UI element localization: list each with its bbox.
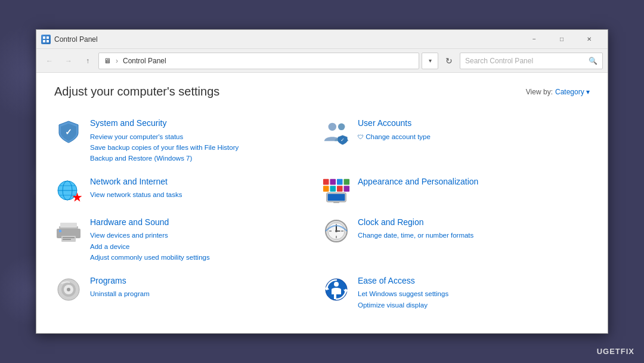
ease-access-text: Ease of Access Let Windows suggest setti…	[358, 275, 590, 310]
address-dropdown-button[interactable]: ▾	[422, 53, 438, 69]
system-security-title[interactable]: System and Security	[90, 118, 322, 130]
page-title: Adjust your computer's settings	[54, 85, 219, 99]
svg-rect-29	[63, 237, 75, 238]
svg-point-6	[338, 124, 345, 131]
title-bar: Control Panel − □ ✕	[36, 30, 608, 49]
system-security-text: System and Security Review your computer…	[90, 118, 322, 164]
svg-rect-16	[337, 179, 343, 185]
category-network-internet: ★ Network and Internet View network stat…	[54, 171, 322, 212]
back-button[interactable]: ←	[41, 53, 58, 69]
svg-rect-1	[47, 36, 49, 39]
network-internet-icon: ★	[54, 176, 83, 205]
appearance-title[interactable]: Appearance and Personalization	[358, 176, 590, 188]
window-controls: − □ ✕	[521, 30, 603, 49]
search-icon: 🔍	[589, 57, 597, 65]
svg-rect-19	[330, 186, 336, 192]
ease-access-title[interactable]: Ease of Access	[358, 275, 590, 287]
svg-rect-24	[333, 202, 339, 203]
hardware-sound-text: Hardware and Sound View devices and prin…	[90, 217, 322, 263]
programs-text: Programs Uninstall a program	[90, 275, 322, 300]
up-button[interactable]: ↑	[79, 53, 96, 69]
categories-grid: ✓ System and Security Review your comput…	[54, 113, 590, 318]
close-button[interactable]: ✕	[575, 30, 603, 49]
category-appearance: Appearance and Personalization	[322, 171, 590, 212]
appearance-text: Appearance and Personalization	[358, 176, 590, 190]
clock-region-link-1[interactable]: Change date, time, or number formats	[358, 230, 590, 241]
breadcrumb-icon: 🖥	[104, 57, 111, 65]
svg-point-46	[334, 282, 339, 287]
network-internet-title[interactable]: Network and Internet	[90, 176, 322, 188]
forward-button[interactable]: →	[60, 53, 77, 69]
category-clock-region: Clock and Region Change date, time, or n…	[322, 212, 590, 270]
breadcrumb-current: Control Panel	[123, 57, 166, 65]
minimize-button[interactable]: −	[521, 30, 548, 49]
programs-icon	[54, 275, 83, 304]
svg-rect-3	[47, 40, 49, 42]
svg-point-44	[67, 288, 70, 291]
svg-rect-23	[328, 194, 345, 201]
hardware-sound-link-2[interactable]: Add a device	[90, 241, 322, 252]
svg-rect-17	[343, 179, 349, 185]
clock-region-text: Clock and Region Change date, time, or n…	[358, 217, 590, 241]
view-by-value[interactable]: Category ▾	[555, 88, 590, 96]
hardware-sound-link-3[interactable]: Adjust commonly used mobility settings	[90, 252, 322, 263]
ease-access-link-1[interactable]: Let Windows suggest settings	[358, 288, 590, 299]
svg-point-40	[335, 230, 338, 232]
control-panel-window: Control Panel − □ ✕ ← → ↑ 🖥 › Control Pa…	[36, 29, 608, 334]
user-accounts-text: User Accounts 🛡 Change account type	[358, 118, 590, 142]
svg-point-5	[329, 123, 336, 131]
ease-access-icon	[322, 275, 351, 304]
user-accounts-title[interactable]: User Accounts	[358, 118, 590, 130]
user-accounts-icon: ✓	[322, 118, 351, 146]
hardware-sound-link-1[interactable]: View devices and printers	[90, 230, 322, 241]
system-security-icon: ✓	[54, 118, 83, 146]
category-ease-access: Ease of Access Let Windows suggest setti…	[322, 270, 590, 318]
category-system-security: ✓ System and Security Review your comput…	[54, 113, 322, 171]
network-internet-link-1[interactable]: View network status and tasks	[90, 189, 322, 200]
view-by-control: View by: Category ▾	[526, 88, 590, 96]
window-icon	[41, 35, 51, 44]
svg-rect-2	[43, 40, 45, 42]
svg-rect-0	[43, 36, 45, 39]
programs-title[interactable]: Programs	[90, 275, 322, 287]
svg-text:★: ★	[72, 192, 82, 204]
svg-rect-31	[60, 223, 77, 227]
category-user-accounts: ✓ User Accounts 🛡 Change account type	[322, 113, 590, 171]
page-header: Adjust your computer's settings View by:…	[54, 85, 590, 99]
maximize-button[interactable]: □	[548, 30, 575, 49]
programs-link-1[interactable]: Uninstall a program	[90, 288, 322, 299]
appearance-icon	[322, 176, 351, 205]
svg-rect-27	[59, 230, 61, 232]
svg-rect-18	[323, 186, 329, 192]
search-placeholder: Search Control Panel	[465, 57, 533, 65]
svg-rect-20	[337, 186, 343, 192]
search-box[interactable]: Search Control Panel 🔍	[460, 53, 603, 69]
refresh-button[interactable]: ↻	[441, 53, 457, 69]
system-security-link-1[interactable]: Review your computer's status	[90, 131, 322, 142]
clock-region-title[interactable]: Clock and Region	[358, 217, 590, 229]
window-title: Control Panel	[54, 35, 521, 44]
clock-region-icon	[322, 217, 351, 245]
ease-access-link-2[interactable]: Optimize visual display	[358, 300, 590, 310]
category-programs: Programs Uninstall a program	[54, 270, 322, 318]
system-security-link-2[interactable]: Save backup copies of your files with Fi…	[90, 142, 322, 153]
category-hardware-sound: Hardware and Sound View devices and prin…	[54, 212, 322, 270]
svg-text:✓: ✓	[340, 137, 345, 143]
hardware-sound-title[interactable]: Hardware and Sound	[90, 217, 322, 229]
breadcrumb[interactable]: 🖥 › Control Panel	[98, 53, 419, 69]
network-internet-text: Network and Internet View network status…	[90, 176, 322, 201]
svg-rect-30	[63, 239, 71, 240]
svg-rect-15	[330, 179, 336, 185]
watermark: UGETFIX	[597, 347, 634, 356]
user-accounts-link-1[interactable]: 🛡 Change account type	[358, 131, 590, 142]
system-security-link-3[interactable]: Backup and Restore (Windows 7)	[90, 153, 322, 164]
svg-rect-21	[343, 186, 349, 192]
svg-rect-14	[323, 179, 329, 185]
address-bar: ← → ↑ 🖥 › Control Panel ▾ ↻ Search Contr…	[36, 49, 608, 73]
hardware-sound-icon	[54, 217, 83, 245]
view-by-label: View by:	[526, 88, 553, 96]
main-content: Adjust your computer's settings View by:…	[36, 73, 608, 333]
svg-text:✓: ✓	[65, 127, 72, 137]
